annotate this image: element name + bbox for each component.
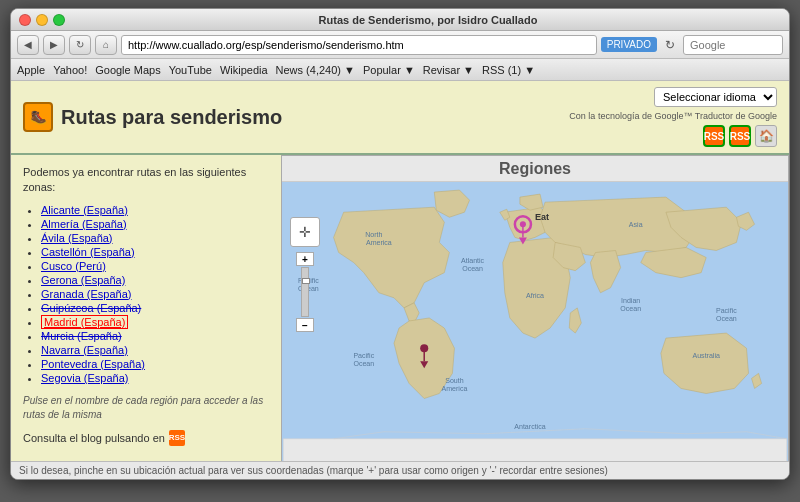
svg-text:Antarctica: Antarctica [514, 423, 545, 430]
bookmark-item-0[interactable]: Apple [17, 64, 45, 76]
logo-icon: 🥾 [23, 102, 53, 132]
svg-text:Indian: Indian [621, 297, 640, 304]
region-link-navarra[interactable]: Navarra (España) [41, 344, 128, 356]
bookmarks-bar: Apple Yahoo! Google Maps YouTube Wikiped… [11, 59, 789, 81]
svg-text:Ocean: Ocean [462, 265, 483, 272]
list-item: Granada (España) [41, 288, 269, 300]
list-item: Ávila (España) [41, 232, 269, 244]
blog-link: Consulta el blog pulsando en RSS [23, 430, 269, 446]
region-link-madrid[interactable]: Madrid (España) [41, 315, 128, 329]
bookmark-item-3[interactable]: YouTube [169, 64, 212, 76]
svg-text:Ocean: Ocean [620, 305, 641, 312]
map-navigation[interactable]: ✛ [290, 217, 320, 247]
region-link-almeria[interactable]: Almería (España) [41, 218, 127, 230]
browser-toolbar: ◀ ▶ ↻ ⌂ PRIVADO ↻ [11, 31, 789, 59]
bookmark-item-1[interactable]: Yahoo! [53, 64, 87, 76]
rss-icon-2[interactable]: RSS [729, 125, 751, 147]
window-title: Rutas de Senderismo, por Isidro Cuallado [75, 14, 781, 26]
region-link-murcia[interactable]: Murcia (España) [41, 330, 122, 342]
reload-button[interactable]: ↻ [69, 35, 91, 55]
maximize-button[interactable] [53, 14, 65, 26]
forward-button[interactable]: ▶ [43, 35, 65, 55]
main-content: Podemos ya encontrar rutas en las siguie… [11, 155, 789, 461]
list-item: Alicante (España) [41, 204, 269, 216]
blog-text: Consulta el blog pulsando en [23, 432, 165, 444]
browser-content: 🥾 Rutas para senderismo Seleccionar idio… [11, 81, 789, 461]
close-button[interactable] [19, 14, 31, 26]
bookmark-item-6[interactable]: Popular ▼ [363, 64, 415, 76]
home-button[interactable]: ⌂ [95, 35, 117, 55]
region-link-castellon[interactable]: Castellón (España) [41, 246, 135, 258]
map-heading: Regiones [282, 156, 788, 182]
list-item: Almería (España) [41, 218, 269, 230]
zoom-thumb [302, 278, 310, 284]
header-icons: RSS RSS 🏠 [703, 125, 777, 147]
home-site-icon[interactable]: 🏠 [755, 125, 777, 147]
region-link-segovia[interactable]: Segovia (España) [41, 372, 128, 384]
header-right: Seleccionar idioma Con la tecnología de … [569, 87, 777, 147]
region-link-gerona[interactable]: Gerona (España) [41, 274, 125, 286]
svg-text:Pacific: Pacific [716, 307, 737, 314]
svg-text:Asia: Asia [629, 221, 643, 228]
region-list: Alicante (España) Almería (España) Ávila… [23, 204, 269, 384]
svg-text:Pacific: Pacific [353, 352, 374, 359]
list-item: Castellón (España) [41, 246, 269, 258]
rss-icon-1[interactable]: RSS [703, 125, 725, 147]
back-button[interactable]: ◀ [17, 35, 39, 55]
region-link-avila[interactable]: Ávila (España) [41, 232, 113, 244]
map-container[interactable]: Pacific Ocean Atlantic Ocean Pacific Oce… [282, 182, 788, 461]
site-header: 🥾 Rutas para senderismo Seleccionar idio… [11, 81, 789, 155]
svg-text:Ocean: Ocean [353, 360, 374, 367]
list-item: Segovia (España) [41, 372, 269, 384]
status-text: Si lo desea, pinche en su ubicación actu… [19, 465, 608, 476]
svg-text:South: South [445, 377, 463, 384]
browser-window: Rutas de Senderismo, por Isidro Cuallado… [10, 8, 790, 480]
list-item: Cusco (Perú) [41, 260, 269, 272]
go-button[interactable]: ↻ [661, 36, 679, 54]
svg-text:America: America [441, 385, 467, 392]
svg-text:Eat: Eat [535, 212, 549, 222]
svg-text:America: America [366, 239, 392, 246]
zoom-track [301, 267, 309, 317]
svg-text:Atlantic: Atlantic [461, 257, 485, 264]
address-bar[interactable] [121, 35, 597, 55]
map-area: Regiones Mapa Satélite Relieve [281, 155, 789, 461]
search-input[interactable] [683, 35, 783, 55]
svg-text:North: North [365, 231, 382, 238]
sidebar: Podemos ya encontrar rutas en las siguie… [11, 155, 281, 461]
svg-text:Africa: Africa [526, 292, 544, 299]
traffic-lights [19, 14, 65, 26]
svg-text:Ocean: Ocean [716, 315, 737, 322]
world-map-svg: Pacific Ocean Atlantic Ocean Pacific Oce… [282, 182, 788, 461]
zoom-in-button[interactable]: + [296, 252, 314, 266]
list-item: Madrid (España) [41, 316, 269, 328]
region-link-guipuzcoa[interactable]: Guipúzcoa (España) [41, 302, 141, 314]
bookmark-item-8[interactable]: RSS (1) ▼ [482, 64, 535, 76]
region-link-pontevedra[interactable]: Pontevedra (España) [41, 358, 145, 370]
zoom-out-button[interactable]: − [296, 318, 314, 332]
svg-text:Australia: Australia [693, 352, 720, 359]
list-item: Pontevedra (España) [41, 358, 269, 370]
status-bar: Si lo desea, pinche en su ubicación actu… [11, 461, 789, 479]
map-title: Regiones [499, 160, 571, 178]
region-link-granada[interactable]: Granada (España) [41, 288, 132, 300]
region-link-alicante[interactable]: Alicante (España) [41, 204, 128, 216]
translate-label: Con la tecnología de Google™ Traductor d… [569, 111, 777, 121]
minimize-button[interactable] [36, 14, 48, 26]
list-item: Murcia (España) [41, 330, 269, 342]
map-zoom: + − [296, 252, 314, 332]
list-item: Gerona (España) [41, 274, 269, 286]
list-item: Navarra (España) [41, 344, 269, 356]
site-title: Rutas para senderismo [61, 106, 282, 129]
region-link-cusco[interactable]: Cusco (Perú) [41, 260, 106, 272]
language-selector[interactable]: Seleccionar idioma [654, 87, 777, 107]
bookmark-item-2[interactable]: Google Maps [95, 64, 160, 76]
privado-button[interactable]: PRIVADO [601, 37, 657, 52]
blog-rss-icon[interactable]: RSS [169, 430, 185, 446]
site-logo: 🥾 Rutas para senderismo [23, 102, 282, 132]
list-item: Guipúzcoa (España) [41, 302, 269, 314]
bookmark-item-5[interactable]: News (4,240) ▼ [276, 64, 355, 76]
bookmark-item-7[interactable]: Revisar ▼ [423, 64, 474, 76]
sidebar-intro: Podemos ya encontrar rutas en las siguie… [23, 165, 269, 196]
bookmark-item-4[interactable]: Wikipedia [220, 64, 268, 76]
